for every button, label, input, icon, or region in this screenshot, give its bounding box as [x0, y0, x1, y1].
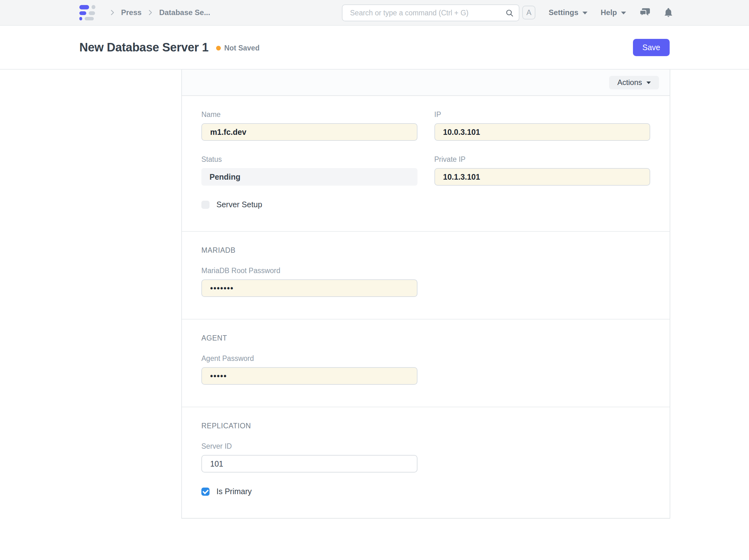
section-agent: AGENT Agent Password — [182, 320, 670, 407]
field-mariadb-root-password: MariaDB Root Password — [201, 266, 418, 297]
private-ip-label: Private IP — [434, 155, 650, 164]
replication-section-heading: REPLICATION — [201, 422, 650, 430]
logo-pill — [79, 11, 86, 15]
page-header: New Database Server 1 Not Saved Save — [0, 26, 749, 70]
search-icon[interactable] — [505, 8, 514, 17]
form-container: Actions Name IP Status Pending Private I… — [181, 70, 670, 519]
private-ip-input[interactable] — [434, 168, 650, 186]
settings-menu-label: Settings — [549, 8, 578, 17]
chevron-right-icon — [108, 9, 116, 16]
chevron-down-icon — [582, 12, 587, 15]
search-input[interactable] — [350, 9, 505, 17]
unsaved-indicator: Not Saved — [216, 44, 259, 52]
actions-button[interactable]: Actions — [609, 76, 659, 89]
agent-password-input[interactable] — [201, 367, 418, 385]
nav-left: Press Database Se... — [79, 5, 210, 20]
logo-pill — [91, 5, 95, 9]
help-menu-label: Help — [601, 8, 617, 17]
settings-menu[interactable]: Settings — [549, 8, 587, 17]
ip-input[interactable] — [434, 123, 650, 141]
nav-right: A Settings Help — [522, 6, 673, 19]
page-title: New Database Server 1 — [79, 41, 209, 54]
logo-pill — [79, 5, 89, 9]
breadcrumb-press[interactable]: Press — [121, 8, 142, 17]
field-agent-password: Agent Password — [201, 354, 418, 385]
name-input[interactable] — [201, 123, 418, 141]
logo-pill — [79, 17, 82, 20]
global-search-bar[interactable] — [342, 4, 519, 21]
help-menu[interactable]: Help — [601, 8, 626, 17]
breadcrumb-database-servers[interactable]: Database Se... — [159, 8, 210, 17]
server-setup-label: Server Setup — [216, 200, 262, 209]
logo-pill — [85, 17, 94, 20]
field-is-primary: Is Primary — [201, 487, 650, 496]
server-id-input[interactable] — [201, 455, 418, 473]
is-primary-checkbox[interactable] — [201, 488, 210, 496]
actions-button-label: Actions — [617, 78, 642, 87]
agent-section-heading: AGENT — [201, 334, 650, 342]
field-private-ip: Private IP — [434, 155, 650, 186]
server-id-label: Server ID — [201, 442, 418, 451]
status-value: Pending — [201, 168, 418, 186]
mariadb-root-password-input[interactable] — [201, 279, 418, 297]
feedback-chat-icon[interactable] — [639, 7, 650, 18]
logo-pill — [89, 11, 95, 15]
chevron-down-icon — [621, 12, 626, 15]
chevron-down-icon — [646, 82, 651, 84]
field-ip: IP — [434, 110, 650, 141]
chevron-right-icon — [147, 9, 154, 16]
server-setup-checkbox[interactable] — [201, 201, 210, 209]
name-label: Name — [201, 110, 418, 119]
ip-label: IP — [434, 110, 650, 119]
section-replication: REPLICATION Server ID Is Primary — [182, 407, 670, 518]
user-avatar[interactable]: A — [522, 6, 535, 19]
agent-password-label: Agent Password — [201, 354, 418, 363]
unsaved-dot-icon — [216, 46, 221, 50]
unsaved-indicator-label: Not Saved — [224, 44, 259, 52]
field-status: Status Pending — [201, 155, 418, 186]
field-server-id: Server ID — [201, 442, 418, 473]
field-name: Name — [201, 110, 418, 141]
section-mariadb: MARIADB MariaDB Root Password — [182, 232, 670, 320]
notifications-bell-icon[interactable] — [664, 7, 673, 18]
mariadb-root-password-label: MariaDB Root Password — [201, 266, 418, 275]
app-logo[interactable] — [79, 5, 95, 20]
section-basic: Name IP Status Pending Private IP Server… — [182, 96, 670, 232]
is-primary-label: Is Primary — [216, 487, 252, 496]
form-toolbar: Actions — [182, 70, 670, 96]
top-navbar: Press Database Se... A Settings Help — [0, 0, 749, 26]
save-button[interactable]: Save — [633, 39, 670, 56]
field-server-setup: Server Setup — [201, 200, 650, 209]
status-label: Status — [201, 155, 418, 164]
mariadb-section-heading: MARIADB — [201, 246, 650, 255]
